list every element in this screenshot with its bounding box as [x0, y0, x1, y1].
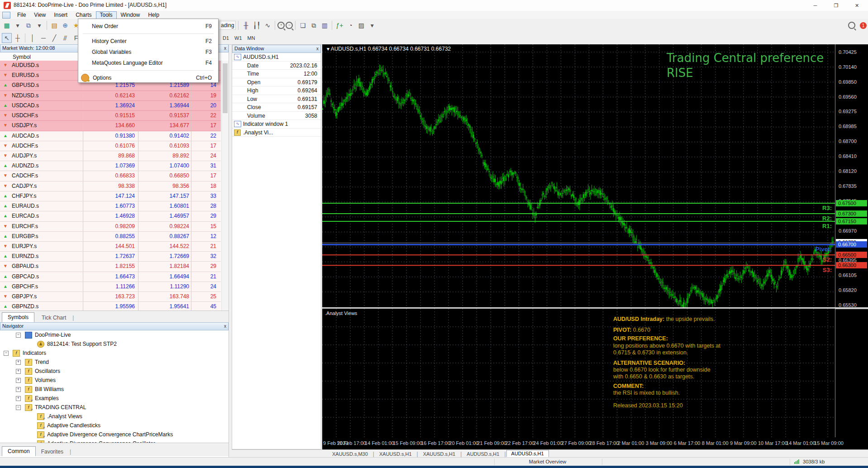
scrollbar[interactable]: [221, 61, 229, 311]
price-chart-pane[interactable]: R3:R2:R1:Pivot:S2:S3:: [322, 44, 835, 307]
indicators-icon[interactable]: ƒ+: [334, 20, 344, 30]
market-watch-row[interactable]: ▲GBPCAD.s1.664731.6649421: [0, 272, 221, 282]
tree-item[interactable]: f.Analyst Views: [0, 412, 228, 421]
close-icon[interactable]: x: [224, 45, 226, 52]
market-watch-row[interactable]: ▼AUDCHF.s0.610760.6109317: [0, 141, 221, 151]
market-watch-row[interactable]: ▼NZDUSD.s0.621430.6216219: [0, 91, 221, 101]
chart-tab-audusd-s-h1[interactable]: AUDUSD.s,H1: [506, 450, 549, 457]
tree-item[interactable]: +fOscillators: [0, 367, 228, 376]
restore-button[interactable]: ❐: [826, 0, 846, 11]
tree-item[interactable]: fAdaptive Divergence Convergence Oscilla…: [0, 439, 228, 443]
candle-chart-icon[interactable]: ╽╿: [252, 20, 262, 30]
tree-item[interactable]: fAdaptive Divergence Convergence ChartPr…: [0, 430, 228, 439]
chart-tab-xauusd-s-m30[interactable]: XAUUSD.s,M30: [328, 451, 372, 457]
market-watch-row[interactable]: ▲EURAUD.s1.607731.6080128: [0, 201, 221, 211]
indicator-pane[interactable]: [322, 309, 835, 437]
close-button[interactable]: ✕: [847, 0, 867, 11]
chart-tab-audusd-s-h1[interactable]: AUDUSD.s,H1: [462, 451, 504, 457]
tab-common[interactable]: Common: [2, 446, 36, 456]
collapse-minus-icon[interactable]: −: [16, 405, 21, 410]
market-watch-row[interactable]: ▲EURCAD.s1.469281.4695729: [0, 211, 221, 221]
tree-item[interactable]: +fBill Williams: [0, 385, 228, 394]
notification-badge[interactable]: 1: [860, 22, 867, 29]
collapse-caret-icon[interactable]: ▾: [327, 46, 329, 52]
templates-icon[interactable]: ▨: [356, 20, 366, 30]
menu-window[interactable]: Window: [117, 11, 144, 19]
collapse-minus-icon[interactable]: −: [16, 333, 21, 338]
expand-plus-icon[interactable]: +: [16, 369, 21, 374]
cursor-icon[interactable]: ↖: [2, 33, 12, 43]
zoom-out-icon[interactable]: −: [286, 22, 293, 29]
menu-item-global-variables[interactable]: Global VariablesF3: [78, 47, 218, 57]
horizontal-line-icon[interactable]: ─: [38, 33, 48, 43]
search-icon[interactable]: [848, 22, 855, 29]
timeframe-mn[interactable]: MN: [245, 34, 258, 42]
tree-item[interactable]: ♟8812414: Test Support STP2: [0, 339, 228, 349]
channel-icon[interactable]: ⫻: [60, 33, 70, 43]
profiles-icon[interactable]: ⧉: [24, 20, 33, 30]
market-watch-row[interactable]: ▼AUDJPY.s89.86889.89224: [0, 151, 221, 161]
close-icon[interactable]: x: [224, 323, 226, 330]
tree-item[interactable]: fAdaptive Candlesticks: [0, 421, 228, 430]
tree-item[interactable]: +fExamples: [0, 394, 228, 403]
autotrading-button-partial[interactable]: ading: [219, 21, 236, 30]
menu-item-options[interactable]: OptionsCtrl+O: [78, 72, 218, 83]
chevron-down-icon[interactable]: ▾: [367, 20, 377, 30]
menu-file[interactable]: File: [13, 11, 30, 19]
scrollbar-thumb[interactable]: [223, 63, 228, 113]
market-watch-row[interactable]: ▲EURGBP.s0.882550.8826712: [0, 232, 221, 242]
new-chart-icon[interactable]: ▦: [2, 20, 12, 30]
market-watch-row[interactable]: ▼USDCHF.s0.915150.9153722: [0, 111, 221, 121]
crosshair-icon[interactable]: ┼: [13, 33, 23, 43]
symbol-column-header[interactable]: Symbol: [13, 54, 31, 60]
tab-favorites[interactable]: Favorites: [36, 447, 69, 456]
collapse-minus-icon[interactable]: −: [4, 351, 9, 356]
expand-plus-icon[interactable]: +: [16, 360, 21, 365]
market-watch-row[interactable]: ▲USDCAD.s1.369241.3694420: [0, 101, 221, 111]
tab-tick-chart[interactable]: Tick Chart: [36, 313, 72, 322]
arrange-icon[interactable]: ▥: [320, 20, 329, 30]
vertical-line-icon[interactable]: │: [28, 33, 38, 43]
tile-windows-icon[interactable]: ❏: [298, 20, 308, 30]
market-watch-icon[interactable]: ▤: [49, 20, 59, 30]
tree-item[interactable]: −DooPrime-Live: [0, 330, 228, 339]
expand-plus-icon[interactable]: +: [16, 387, 21, 392]
market-watch-row[interactable]: ▼CADCHF.s0.668330.6685017: [0, 171, 221, 181]
market-watch-row[interactable]: ▼GBPAUD.s1.821551.8218429: [0, 262, 221, 272]
tree-item[interactable]: −fTRADING CENTRAL: [0, 403, 228, 412]
tree-item[interactable]: −fIndicators: [0, 349, 228, 358]
market-watch-row[interactable]: ▼GBPJPY.s163.723163.74825: [0, 292, 221, 302]
chart-tab-xauusd-s-h1[interactable]: XAUUSD.s,H1: [375, 451, 416, 457]
market-watch-row[interactable]: ▼USDJPY.s134.660134.67717: [0, 121, 221, 131]
tab-symbols[interactable]: Symbols: [2, 312, 34, 322]
market-watch-row[interactable]: ▲GBPNZD.s1.955961.9564145: [0, 302, 221, 311]
market-watch-row[interactable]: ▲EURNZD.s1.726371.7266932: [0, 252, 221, 262]
menu-item-history-center[interactable]: History CenterF2: [78, 36, 218, 47]
expand-plus-icon[interactable]: +: [16, 396, 21, 401]
chart-tab-xauusd-s-h1[interactable]: XAUUSD.s,H1: [419, 451, 460, 457]
chevron-down-icon[interactable]: ▾: [13, 20, 23, 30]
bar-chart-icon[interactable]: ╫: [241, 20, 251, 30]
menu-tools[interactable]: Tools: [96, 11, 117, 19]
market-watch-row[interactable]: ▲GBPCHF.s1.112661.1129024: [0, 282, 221, 292]
market-watch-row[interactable]: ▼CADJPY.s98.33898.35618: [0, 181, 221, 191]
menu-insert[interactable]: Insert: [50, 11, 72, 19]
menu-charts[interactable]: Charts: [72, 11, 95, 19]
menu-item-new-order[interactable]: New OrderF9: [78, 21, 218, 32]
data-window-icon[interactable]: ⊕: [60, 20, 70, 30]
tree-item[interactable]: +fVolumes: [0, 376, 228, 385]
menu-view[interactable]: View: [30, 11, 50, 19]
zoom-in-icon[interactable]: +: [277, 22, 285, 29]
market-watch-row[interactable]: ▲AUDNZD.s1.073691.0740031: [0, 161, 221, 171]
tree-item[interactable]: +fTrend: [0, 358, 228, 367]
menu-help[interactable]: Help: [144, 11, 163, 19]
line-chart-icon[interactable]: ∿: [262, 20, 272, 30]
minimize-button[interactable]: ─: [805, 0, 825, 11]
market-watch-row[interactable]: ▼EURJPY.s144.501144.52221: [0, 242, 221, 252]
market-watch-row[interactable]: ▲AUDCAD.s0.913800.9140222: [0, 131, 221, 141]
market-watch-row[interactable]: ▲CHFJPY.s147.124147.15733: [0, 191, 221, 201]
close-icon[interactable]: x: [316, 46, 319, 52]
timeframe-w1[interactable]: W1: [232, 34, 244, 42]
timeframe-d1[interactable]: D1: [220, 34, 231, 42]
expand-plus-icon[interactable]: +: [16, 378, 21, 383]
